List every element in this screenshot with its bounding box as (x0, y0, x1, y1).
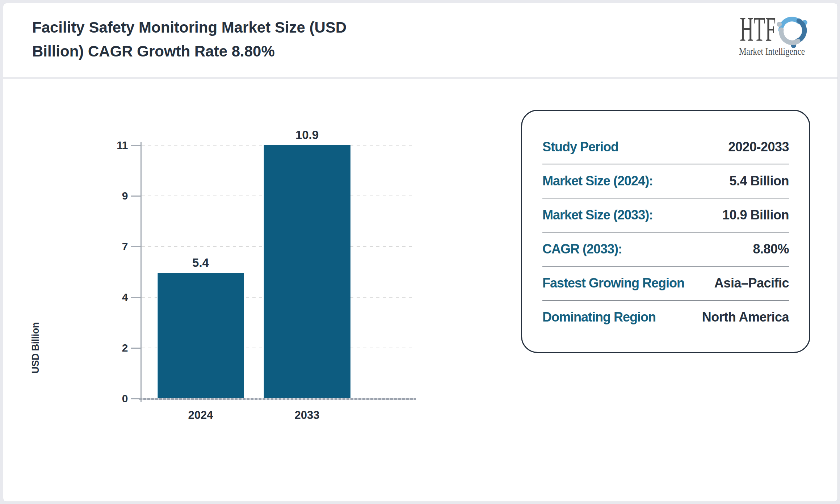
bar-chart: USD Billion 02479115.4202410.92033 (3, 79, 510, 441)
y-tick-mark (131, 145, 141, 146)
summary-row: CAGR (2033):8.80% (542, 232, 789, 266)
bar-2033 (264, 145, 350, 399)
summary-row-label: Market Size (2024): (542, 173, 653, 189)
y-tick-label: 0 (95, 392, 128, 405)
summary-row-label: Fastest Growing Region (542, 276, 684, 291)
x-tick-label: 2033 (271, 409, 343, 422)
summary-row: Fastest Growing RegionAsia–Pacific (542, 266, 789, 301)
summary-row-value: 5.4 Billion (729, 173, 789, 189)
y-axis (140, 142, 142, 402)
summary-row: Market Size (2033):10.9 Billion (542, 198, 789, 232)
y-tick-label: 4 (95, 291, 128, 304)
summary-rows: Study Period2020-2033Market Size (2024):… (522, 130, 809, 334)
htf-market-intelligence-logo: HTF Market Intelligence (738, 11, 814, 60)
summary-row-value: 10.9 Billion (722, 207, 789, 223)
summary-row-label: Study Period (542, 139, 618, 155)
summary-row: Market Size (2024):5.4 Billion (542, 164, 789, 198)
bar-value-label: 10.9 (271, 128, 343, 142)
y-tick-mark (131, 297, 141, 298)
report-card: Facility Safety Monitoring Market Size (… (3, 3, 838, 502)
logo-htf-text: HTF (740, 11, 776, 49)
page-title: Facility Safety Monitoring Market Size (… (32, 16, 467, 63)
x-axis-baseline (139, 398, 416, 400)
summary-row-value: Asia–Pacific (714, 276, 789, 291)
bar-value-label: 5.4 (164, 256, 237, 270)
logo-swirl-icon (776, 13, 811, 49)
summary-card: Study Period2020-2033Market Size (2024):… (521, 110, 810, 353)
y-tick-mark (131, 196, 141, 197)
y-tick-label: 7 (95, 240, 128, 253)
summary-row-value: 8.80% (753, 242, 789, 257)
summary-row: Dominating RegionNorth America (542, 301, 789, 334)
summary-row-label: Market Size (2033): (542, 207, 653, 223)
page-title-line-1: Facility Safety Monitoring Market Size (… (32, 16, 467, 39)
summary-row-value: 2020-2033 (728, 139, 789, 155)
summary-row-label: CAGR (2033): (542, 242, 622, 257)
y-tick-mark (131, 246, 141, 247)
summary-row: Study Period2020-2033 (542, 130, 789, 164)
y-tick-label: 2 (95, 341, 128, 354)
x-tick-label: 2024 (164, 409, 237, 422)
y-tick-label: 11 (95, 139, 128, 152)
summary-row-value: North America (702, 310, 789, 325)
y-tick-mark (131, 398, 141, 399)
page-title-line-2: Billion) CAGR Growth Rate 8.80% (32, 39, 467, 63)
bar-2024 (157, 273, 244, 399)
y-tick-label: 9 (95, 189, 128, 202)
summary-row-label: Dominating Region (542, 310, 656, 325)
y-tick-mark (131, 348, 141, 349)
y-axis-title: USD Billion (30, 303, 41, 393)
logo-subtext: Market Intelligence (739, 46, 805, 57)
